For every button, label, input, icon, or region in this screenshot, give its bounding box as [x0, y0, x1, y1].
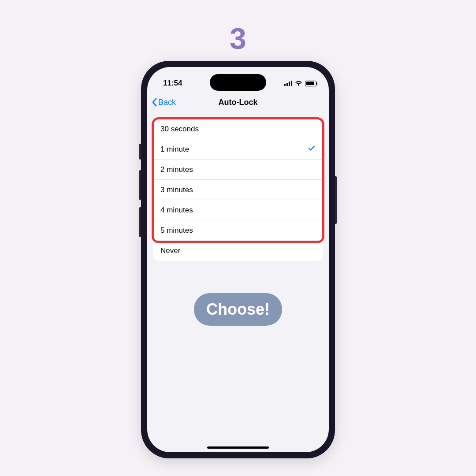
option-2-minutes[interactable]: 2 minutes: [153, 160, 323, 180]
option-4-minutes[interactable]: 4 minutes: [153, 200, 323, 220]
choose-annotation: Choose!: [194, 293, 282, 326]
dynamic-island: [210, 74, 266, 91]
option-label: Never: [160, 246, 180, 255]
phone-frame: 11:54: [141, 61, 335, 458]
cellular-signal-icon: [284, 81, 292, 86]
battery-icon: [305, 81, 316, 86]
status-time: 11:54: [163, 79, 182, 88]
option-label: 1 minute: [160, 145, 189, 154]
phone-screen: 11:54: [147, 67, 329, 452]
option-5-minutes[interactable]: 5 minutes: [153, 220, 323, 241]
option-label: 3 minutes: [160, 186, 193, 194]
phone-volume-down: [139, 207, 141, 237]
option-label: 30 seconds: [160, 125, 199, 134]
option-30-seconds[interactable]: 30 seconds: [153, 119, 323, 139]
option-1-minute[interactable]: 1 minute: [153, 139, 323, 160]
checkmark-icon: [308, 144, 316, 154]
option-label: 5 minutes: [160, 226, 193, 235]
back-button[interactable]: Back: [152, 98, 176, 107]
step-number: 3: [230, 21, 246, 56]
nav-bar: Back Auto-Lock: [147, 93, 329, 112]
option-never[interactable]: Never: [153, 241, 323, 261]
back-label: Back: [158, 98, 176, 107]
phone-volume-up: [139, 170, 141, 200]
option-label: 2 minutes: [160, 165, 193, 174]
option-label: 4 minutes: [160, 206, 193, 215]
option-3-minutes[interactable]: 3 minutes: [153, 180, 323, 200]
options-group: 30 seconds 1 minute 2 minutes 3 minutes …: [153, 119, 323, 261]
page-title: Auto-Lock: [219, 98, 258, 107]
status-indicators: [284, 81, 316, 86]
chevron-left-icon: [152, 98, 157, 107]
wifi-icon: [295, 81, 302, 86]
phone-silence-switch: [139, 144, 141, 160]
phone-power-button: [335, 176, 337, 224]
home-indicator[interactable]: [207, 446, 269, 449]
